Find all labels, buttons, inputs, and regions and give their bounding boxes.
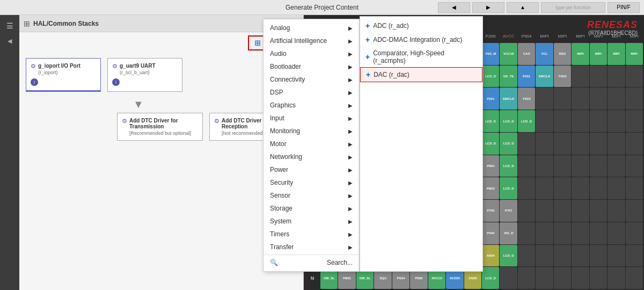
- menu-system[interactable]: System ▶: [264, 215, 359, 228]
- chip-cell[interactable]: VSS_M: [482, 43, 499, 65]
- chip-cell[interactable]: VIO_D: [500, 222, 517, 244]
- chip-cell[interactable]: MIPI: [626, 43, 643, 65]
- chip-cell[interactable]: [590, 200, 607, 222]
- chip-cell[interactable]: [500, 267, 517, 289]
- chip-cell[interactable]: [608, 110, 625, 132]
- chip-cell[interactable]: [590, 155, 607, 177]
- chip-cell[interactable]: LCD_D: [482, 133, 499, 155]
- sidebar-arrow-icon[interactable]: ◀: [3, 34, 16, 47]
- menu-bootloader[interactable]: Bootloader ▶: [264, 60, 359, 73]
- nav-up-btn[interactable]: ▲: [507, 2, 539, 13]
- menu-motor[interactable]: Motor ▶: [264, 137, 359, 150]
- chip-cell[interactable]: [518, 222, 535, 244]
- menu-monitoring[interactable]: Monitoring ▶: [264, 125, 359, 137]
- chip-cell[interactable]: [608, 222, 625, 244]
- chip-cell[interactable]: [626, 267, 643, 289]
- chip-cell[interactable]: [572, 245, 589, 267]
- menu-audio[interactable]: Audio ▶: [264, 47, 359, 60]
- chip-cell[interactable]: [590, 66, 607, 88]
- chip-cell[interactable]: [536, 177, 553, 199]
- chip-cell[interactable]: [572, 155, 589, 177]
- chip-cell[interactable]: P804: [482, 155, 499, 177]
- chip-cell[interactable]: [536, 110, 553, 132]
- chip-cell[interactable]: [518, 133, 535, 155]
- chip-cell[interactable]: [536, 133, 553, 155]
- chip-cell[interactable]: LCD_D: [482, 110, 499, 132]
- nav-fwd-btn[interactable]: ▶: [472, 2, 504, 13]
- chip-cell[interactable]: LCD_D: [500, 155, 517, 177]
- chip-cell[interactable]: [626, 133, 643, 155]
- menu-storage[interactable]: Storage ▶: [264, 202, 359, 215]
- chip-cell[interactable]: [536, 155, 553, 177]
- sub-adc[interactable]: + ADC (r_adc): [360, 19, 482, 33]
- chip-cell[interactable]: [590, 267, 607, 289]
- chip-cell[interactable]: P705: [482, 200, 499, 222]
- chip-cell[interactable]: [572, 66, 589, 88]
- chip-cell[interactable]: [518, 267, 535, 289]
- chip-cell[interactable]: CAS: [518, 43, 535, 65]
- chip-cell[interactable]: LCD_D: [500, 110, 517, 132]
- chip-cell[interactable]: [572, 133, 589, 155]
- stack-ioport[interactable]: ⚙ g_ioport I/O Port (r_ioport) i: [26, 58, 101, 92]
- chip-cell[interactable]: [626, 245, 643, 267]
- menu-power[interactable]: Power ▶: [264, 163, 359, 176]
- menu-timers[interactable]: Timers ▶: [264, 228, 359, 241]
- chip-cell[interactable]: [554, 88, 571, 110]
- chip-cell[interactable]: TXD3: [518, 88, 535, 110]
- chip-cell[interactable]: P707: [500, 200, 517, 222]
- menu-connectivity[interactable]: Connectivity ▶: [264, 73, 359, 86]
- chip-cell[interactable]: LCD_D: [500, 245, 517, 267]
- sub-adc-dmac[interactable]: + ADC-DMAC Integration (r_adc): [360, 33, 482, 47]
- sidebar-nav-icon[interactable]: ☰: [3, 19, 16, 32]
- chip-cell[interactable]: [608, 177, 625, 199]
- chip-cell[interactable]: [554, 110, 571, 132]
- chip-cell[interactable]: [572, 222, 589, 244]
- chip-cell[interactable]: SWCLK: [500, 88, 517, 110]
- sub-comparator[interactable]: + Comparator, High-Speed (r_acmphs): [360, 47, 482, 67]
- chip-cell[interactable]: [590, 133, 607, 155]
- menu-transfer[interactable]: Transfer ▶: [264, 241, 359, 253]
- chip-cell[interactable]: [608, 88, 625, 110]
- chip-cell[interactable]: MIPI: [608, 43, 625, 65]
- chip-cell[interactable]: LCD_D: [500, 133, 517, 155]
- chip-cell[interactable]: LCD_D: [482, 267, 499, 289]
- chip-cell[interactable]: [572, 88, 589, 110]
- menu-dsp[interactable]: DSP ▶: [264, 86, 359, 99]
- chip-cell[interactable]: SWCLK: [536, 66, 553, 88]
- chip-cell[interactable]: [554, 267, 571, 289]
- chip-cell[interactable]: [536, 245, 553, 267]
- chip-cell[interactable]: [608, 155, 625, 177]
- chip-cell[interactable]: [590, 222, 607, 244]
- menu-analog[interactable]: Analog ▶: [264, 21, 359, 34]
- chip-cell[interactable]: MIPI: [572, 43, 589, 65]
- chip-cell[interactable]: DS_TE: [500, 66, 517, 88]
- chip-cell[interactable]: [572, 177, 589, 199]
- chip-cell[interactable]: VCL: [536, 43, 553, 65]
- chip-cell[interactable]: P201: [518, 66, 535, 88]
- chip-cell[interactable]: [518, 155, 535, 177]
- chip-cell[interactable]: VCC18: [500, 43, 517, 65]
- chip-cell[interactable]: [626, 200, 643, 222]
- stack-dtc-transmission[interactable]: ⚙ Add DTC Driver for Transmission [Recom…: [117, 113, 203, 141]
- chip-cell[interactable]: [518, 177, 535, 199]
- chip-cell[interactable]: LCD_D: [518, 110, 535, 132]
- chip-cell[interactable]: [536, 200, 553, 222]
- chip-cell[interactable]: LCD_D: [482, 66, 499, 88]
- chip-cell[interactable]: LCD_D: [500, 177, 517, 199]
- chip-cell[interactable]: [572, 200, 589, 222]
- chip-cell[interactable]: [554, 245, 571, 267]
- chip-cell[interactable]: [590, 177, 607, 199]
- chip-cell[interactable]: AN04: [482, 245, 499, 267]
- chip-cell[interactable]: [608, 133, 625, 155]
- chip-cell[interactable]: [572, 110, 589, 132]
- chip-cell[interactable]: [590, 110, 607, 132]
- menu-security[interactable]: Security ▶: [264, 176, 359, 189]
- menu-input[interactable]: Input ▶: [264, 112, 359, 125]
- pin-filter-btn[interactable]: PIN/F: [608, 2, 640, 13]
- chip-cell[interactable]: [626, 177, 643, 199]
- ioport-info-icon[interactable]: i: [31, 78, 38, 86]
- chip-cell[interactable]: [536, 88, 553, 110]
- chip-cell[interactable]: [608, 245, 625, 267]
- nav-back-btn[interactable]: ◀: [438, 2, 470, 13]
- menu-ai[interactable]: Artificial Intelligence ▶: [264, 34, 359, 47]
